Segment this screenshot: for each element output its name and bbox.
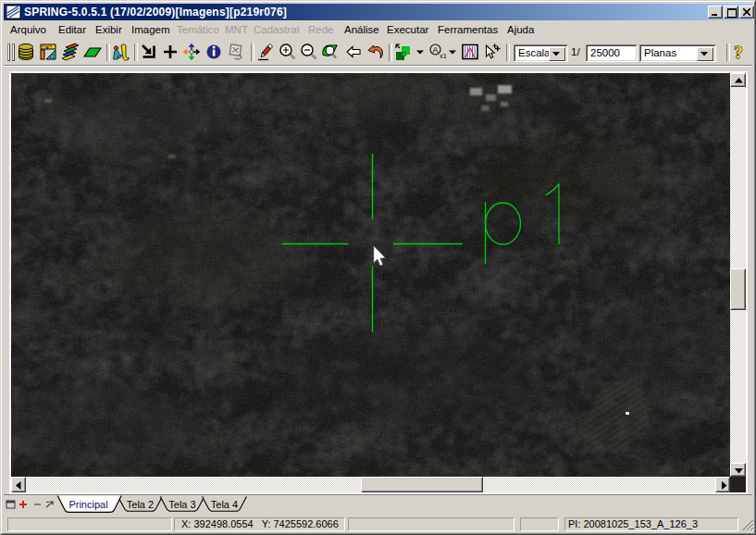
svg-text:Tela 3: Tela 3 [168,499,195,510]
svg-text:A: A [432,45,438,55]
svg-text:Principal: Principal [68,499,107,510]
svg-text:?: ? [734,43,743,61]
svg-text:Tela 4: Tela 4 [211,499,238,510]
svg-text:Tela 2: Tela 2 [127,499,154,510]
